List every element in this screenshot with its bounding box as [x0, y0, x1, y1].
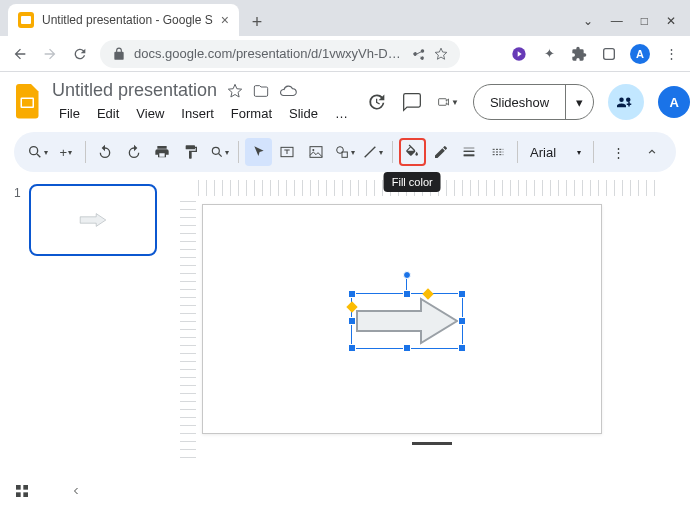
doc-title[interactable]: Untitled presentation — [52, 80, 217, 101]
border-dash-tool[interactable] — [485, 138, 512, 166]
svg-rect-12 — [23, 485, 28, 490]
menu-slide[interactable]: Slide — [282, 103, 325, 124]
arrow-shape[interactable] — [353, 295, 461, 347]
svg-point-4 — [29, 147, 37, 155]
play-ext-icon[interactable] — [510, 45, 528, 63]
selection-box — [351, 293, 463, 349]
menu-insert[interactable]: Insert — [174, 103, 221, 124]
select-tool[interactable] — [245, 138, 272, 166]
history-icon[interactable] — [365, 91, 387, 113]
menu-view[interactable]: View — [129, 103, 171, 124]
share-url-icon[interactable] — [412, 47, 426, 61]
prev-slide-icon[interactable] — [70, 485, 82, 497]
slide-canvas[interactable] — [202, 204, 602, 434]
slideshow-label: Slideshow — [474, 85, 566, 119]
vertical-ruler — [180, 198, 196, 458]
svg-rect-11 — [16, 485, 21, 490]
address-bar[interactable]: docs.google.com/presentation/d/1vwxyVh-D… — [100, 40, 460, 68]
resize-handle[interactable] — [403, 344, 411, 352]
fill-color-tooltip: Fill color — [384, 172, 441, 192]
slides-logo[interactable] — [14, 84, 42, 120]
bottom-bar — [14, 483, 82, 499]
stop-ext-icon[interactable] — [600, 45, 618, 63]
more-tools[interactable]: ⋮ — [604, 138, 632, 166]
svg-rect-3 — [22, 99, 33, 107]
new-slide-tool[interactable]: +▾ — [53, 138, 80, 166]
user-avatar[interactable]: A — [658, 86, 690, 118]
reload-button[interactable] — [70, 44, 90, 64]
line-tool[interactable]: ▾ — [359, 138, 386, 166]
resize-handle[interactable] — [403, 290, 411, 298]
move-doc-icon[interactable] — [253, 83, 269, 99]
svg-rect-7 — [310, 147, 322, 158]
menu-more[interactable]: … — [328, 103, 355, 124]
paint-format-tool[interactable] — [177, 138, 204, 166]
textbox-tool[interactable] — [274, 138, 301, 166]
grid-view-icon[interactable] — [14, 483, 30, 499]
canvas-area — [180, 172, 690, 507]
svg-rect-14 — [23, 492, 28, 497]
main-area: 1 — [0, 172, 690, 507]
resize-handle[interactable] — [458, 290, 466, 298]
slide-nav — [202, 442, 662, 445]
resize-handle[interactable] — [348, 344, 356, 352]
extension-icons: ✦ A ⋮ — [510, 44, 680, 64]
slideshow-dropdown[interactable]: ▾ — [566, 95, 593, 110]
undo-tool[interactable] — [92, 138, 119, 166]
resize-handle[interactable] — [348, 317, 356, 325]
slide-number: 1 — [14, 184, 21, 256]
svg-rect-13 — [16, 492, 21, 497]
address-bar-row: docs.google.com/presentation/d/1vwxyVh-D… — [0, 36, 690, 72]
comment-icon[interactable] — [401, 91, 423, 113]
browser-avatar[interactable]: A — [630, 44, 650, 64]
kebab-icon[interactable]: ⋮ — [662, 45, 680, 63]
app-header: Untitled presentation File Edit View Ins… — [0, 72, 690, 124]
share-button[interactable] — [608, 84, 644, 120]
window-controls: ⌄ ― □ ✕ — [583, 14, 690, 36]
collapse-toolbar[interactable] — [638, 138, 666, 166]
cloud-status-icon[interactable] — [279, 82, 297, 100]
slide-thumbnail[interactable] — [29, 184, 157, 256]
rotate-handle[interactable] — [403, 271, 411, 279]
chevron-down-icon[interactable]: ⌄ — [583, 14, 593, 28]
svg-point-5 — [212, 147, 219, 154]
resize-handle[interactable] — [458, 344, 466, 352]
menu-format[interactable]: Format — [224, 103, 279, 124]
browser-tab[interactable]: Untitled presentation - Google S × — [8, 4, 239, 36]
menu-edit[interactable]: Edit — [90, 103, 126, 124]
minimize-icon[interactable]: ― — [611, 14, 623, 28]
star-icon[interactable] — [434, 47, 448, 61]
puzzle-ext-icon[interactable] — [570, 45, 588, 63]
close-window-icon[interactable]: ✕ — [666, 14, 676, 28]
close-tab-icon[interactable]: × — [221, 12, 229, 28]
resize-handle[interactable] — [348, 290, 356, 298]
print-tool[interactable] — [149, 138, 176, 166]
maximize-icon[interactable]: □ — [641, 14, 648, 28]
new-tab-button[interactable]: + — [243, 8, 271, 36]
star-doc-icon[interactable] — [227, 83, 243, 99]
zoom-tool[interactable]: ▾ — [206, 138, 233, 166]
tab-title: Untitled presentation - Google S — [42, 13, 213, 27]
filmstrip: 1 — [0, 172, 180, 507]
slideshow-button[interactable]: Slideshow ▾ — [473, 84, 594, 120]
browser-tab-strip: Untitled presentation - Google S × + ⌄ ―… — [0, 0, 690, 36]
font-select[interactable]: Arial ▾ — [524, 145, 587, 160]
back-button[interactable] — [10, 44, 30, 64]
resize-handle[interactable] — [458, 317, 466, 325]
svg-point-8 — [312, 149, 314, 151]
menu-bar: File Edit View Insert Format Slide … — [52, 103, 355, 124]
menu-file[interactable]: File — [52, 103, 87, 124]
fill-color-tool[interactable]: Fill color — [399, 138, 426, 166]
paw-ext-icon[interactable]: ✦ — [540, 45, 558, 63]
border-color-tool[interactable] — [428, 138, 455, 166]
image-tool[interactable] — [302, 138, 329, 166]
forward-button[interactable] — [40, 44, 60, 64]
slides-favicon — [18, 12, 34, 28]
border-weight-tool[interactable] — [456, 138, 483, 166]
redo-tool[interactable] — [120, 138, 147, 166]
shape-tool[interactable]: ▾ — [331, 138, 358, 166]
toolbar: ▾ +▾ ▾ ▾ ▾ Fill color Arial ▾ ⋮ — [14, 132, 676, 172]
lock-icon — [112, 47, 126, 61]
search-tool[interactable]: ▾ — [24, 138, 51, 166]
meet-icon[interactable]: ▼ — [437, 91, 459, 113]
